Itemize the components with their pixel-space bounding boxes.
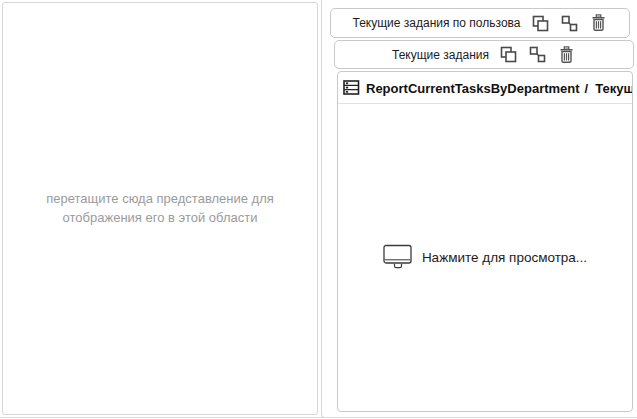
report-view-panel: ReportCurrentTasksByDepartment/Текущие з… — [337, 71, 633, 412]
report-list-icon — [343, 79, 360, 96]
delete-view-button[interactable] — [558, 45, 576, 64]
inner-container-title: Текущие задания — [392, 48, 489, 62]
drop-hint-text: перетащите сюда представление для отобра… — [6, 190, 314, 228]
report-view-header: ReportCurrentTasksByDepartment/Текущие з — [338, 72, 632, 104]
outer-container-tab[interactable]: Текущие задания по пользова — [330, 8, 630, 38]
trash-icon — [590, 14, 607, 32]
report-name-separator: / — [585, 81, 589, 96]
report-preview-area[interactable]: Нажмите для просмотра... — [338, 104, 632, 411]
outer-container-title: Текущие задания по пользова — [353, 16, 521, 30]
trash-icon — [558, 46, 575, 64]
replace-view-icon — [529, 46, 546, 63]
replace-view-button[interactable] — [529, 45, 547, 64]
copy-view-icon — [500, 46, 517, 63]
frame-bottom-divider — [0, 417, 637, 418]
monitor-icon — [383, 244, 413, 271]
copy-view-button[interactable] — [531, 14, 549, 33]
preview-label: Нажмите для просмотра... — [422, 250, 587, 265]
replace-view-icon — [561, 15, 578, 32]
report-name: ReportCurrentTasksByDepartment — [366, 81, 580, 96]
report-subtitle: Текущие з — [595, 81, 632, 96]
view-drop-zone[interactable]: перетащите сюда представление для отобра… — [2, 2, 318, 415]
dashboard-designer-surface: перетащите сюда представление для отобра… — [0, 0, 637, 419]
inner-container-tab[interactable]: Текущие задания — [334, 40, 634, 69]
copy-view-button[interactable] — [500, 45, 518, 64]
copy-view-icon — [532, 15, 549, 32]
replace-view-button[interactable] — [560, 14, 578, 33]
delete-view-button[interactable] — [589, 14, 607, 33]
